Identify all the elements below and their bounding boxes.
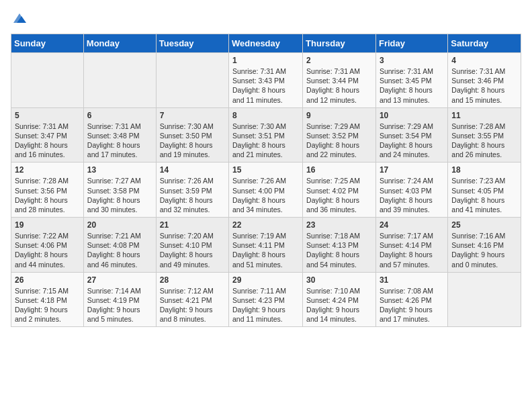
week-row-3: 12Sunrise: 7:28 AMSunset: 3:56 PMDayligh… [11,163,521,218]
day-info: Sunrise: 7:15 AM [15,286,80,295]
day-number: 15 [232,165,299,175]
day-info: Sunrise: 7:26 AM [232,176,299,185]
day-number: 8 [232,111,299,120]
day-info: Daylight: 8 hours and 17 minutes. [87,140,152,159]
day-info: Sunset: 4:02 PM [306,186,372,195]
day-info: Sunrise: 7:22 AM [15,231,80,240]
day-cell: 7Sunrise: 7:30 AMSunset: 3:50 PMDaylight… [156,107,228,163]
day-cell: 10Sunrise: 7:29 AMSunset: 3:54 PMDayligh… [375,107,447,163]
day-cell: 3Sunrise: 7:31 AMSunset: 3:45 PMDaylight… [375,53,447,108]
day-number: 11 [451,111,517,120]
day-info: Sunset: 3:43 PM [232,76,299,85]
day-number: 18 [451,165,517,175]
day-info: Daylight: 9 hours and 14 minutes. [306,305,372,324]
day-cell: 14Sunrise: 7:26 AMSunset: 3:59 PMDayligh… [156,163,228,218]
day-number: 5 [15,111,80,120]
day-info: Sunrise: 7:21 AM [87,231,152,240]
day-info: Sunrise: 7:28 AM [15,176,80,185]
day-info: Daylight: 8 hours and 24 minutes. [380,140,444,159]
day-cell: 9Sunrise: 7:29 AMSunset: 3:52 PMDaylight… [303,107,376,163]
day-info: Sunrise: 7:31 AM [15,122,80,131]
day-info: Sunset: 4:14 PM [380,240,444,250]
day-info: Sunrise: 7:14 AM [87,286,152,295]
day-info: Sunset: 3:45 PM [380,76,444,85]
day-info: Sunrise: 7:11 AM [232,286,299,295]
day-number: 7 [160,111,225,120]
day-info: Sunrise: 7:30 AM [232,122,299,131]
day-info: Daylight: 8 hours and 30 minutes. [87,195,152,214]
day-info: Daylight: 9 hours and 11 minutes. [232,305,299,324]
header [11,11,521,26]
day-info: Sunrise: 7:18 AM [306,231,372,240]
day-info: Daylight: 8 hours and 44 minutes. [15,250,80,269]
day-header-thursday: Thursday [303,34,376,53]
day-info: Sunrise: 7:29 AM [380,122,444,131]
day-cell [448,272,521,327]
day-info: Daylight: 8 hours and 13 minutes. [380,85,444,104]
day-info: Sunset: 3:51 PM [232,131,299,140]
day-cell: 27Sunrise: 7:14 AMSunset: 4:19 PMDayligh… [83,272,156,327]
day-info: Daylight: 9 hours and 17 minutes. [380,305,444,324]
day-cell: 24Sunrise: 7:17 AMSunset: 4:14 PMDayligh… [375,218,447,273]
day-info: Sunset: 4:13 PM [306,240,372,250]
day-info: Daylight: 8 hours and 15 minutes. [451,85,517,104]
day-info: Sunrise: 7:20 AM [160,231,225,240]
day-cell: 6Sunrise: 7:31 AMSunset: 3:48 PMDaylight… [83,107,156,163]
week-row-4: 19Sunrise: 7:22 AMSunset: 4:06 PMDayligh… [11,218,521,273]
day-number: 25 [451,220,517,230]
day-cell: 16Sunrise: 7:25 AMSunset: 4:02 PMDayligh… [303,163,376,218]
day-info: Sunset: 4:03 PM [380,186,444,195]
day-info: Sunset: 4:08 PM [87,240,152,250]
day-cell [156,53,228,108]
day-number: 22 [232,220,299,230]
day-info: Daylight: 8 hours and 19 minutes. [160,140,225,159]
day-number: 13 [87,165,152,175]
day-header-tuesday: Tuesday [156,34,228,53]
day-cell: 5Sunrise: 7:31 AMSunset: 3:47 PMDaylight… [11,107,84,163]
day-info: Sunset: 4:00 PM [232,186,299,195]
day-info: Daylight: 8 hours and 57 minutes. [380,250,444,269]
calendar-header-row: SundayMondayTuesdayWednesdayThursdayFrid… [11,34,521,53]
day-info: Daylight: 8 hours and 11 minutes. [232,85,299,104]
day-header-friday: Friday [375,34,447,53]
day-info: Daylight: 8 hours and 12 minutes. [306,85,372,104]
day-info: Sunrise: 7:31 AM [380,66,444,76]
day-number: 2 [306,56,372,65]
day-info: Daylight: 8 hours and 49 minutes. [160,250,225,269]
day-info: Sunrise: 7:25 AM [306,176,372,185]
day-info: Sunrise: 7:31 AM [451,66,517,76]
day-info: Sunrise: 7:28 AM [451,122,517,131]
day-header-saturday: Saturday [448,34,521,53]
day-cell: 1Sunrise: 7:31 AMSunset: 3:43 PMDaylight… [229,53,303,108]
day-info: Sunset: 3:54 PM [380,131,444,140]
logo-icon [12,11,27,26]
day-cell: 8Sunrise: 7:30 AMSunset: 3:51 PMDaylight… [229,107,303,163]
day-info: Sunrise: 7:31 AM [306,66,372,76]
day-info: Daylight: 8 hours and 21 minutes. [232,140,299,159]
day-info: Sunrise: 7:26 AM [160,176,225,185]
day-info: Daylight: 8 hours and 34 minutes. [232,195,299,214]
day-number: 21 [160,220,225,230]
day-cell: 18Sunrise: 7:23 AMSunset: 4:05 PMDayligh… [448,163,521,218]
day-cell: 2Sunrise: 7:31 AMSunset: 3:44 PMDaylight… [303,53,376,108]
day-number: 27 [87,275,152,285]
day-cell: 4Sunrise: 7:31 AMSunset: 3:46 PMDaylight… [448,53,521,108]
day-header-monday: Monday [83,34,156,53]
day-info: Daylight: 8 hours and 54 minutes. [306,250,372,269]
day-number: 17 [380,165,444,175]
day-info: Sunset: 3:52 PM [306,131,372,140]
day-info: Sunset: 4:10 PM [160,240,225,250]
day-cell: 17Sunrise: 7:24 AMSunset: 4:03 PMDayligh… [375,163,447,218]
day-info: Sunset: 4:21 PM [160,295,225,305]
day-cell [11,53,84,108]
day-number: 12 [15,165,80,175]
day-info: Daylight: 8 hours and 32 minutes. [160,195,225,214]
day-info: Sunrise: 7:12 AM [160,286,225,295]
day-header-sunday: Sunday [11,34,84,53]
day-info: Sunrise: 7:10 AM [306,286,372,295]
day-number: 6 [87,111,152,120]
day-info: Sunset: 3:50 PM [160,131,225,140]
day-info: Daylight: 9 hours and 2 minutes. [15,305,80,324]
day-number: 19 [15,220,80,230]
day-number: 4 [451,56,517,65]
